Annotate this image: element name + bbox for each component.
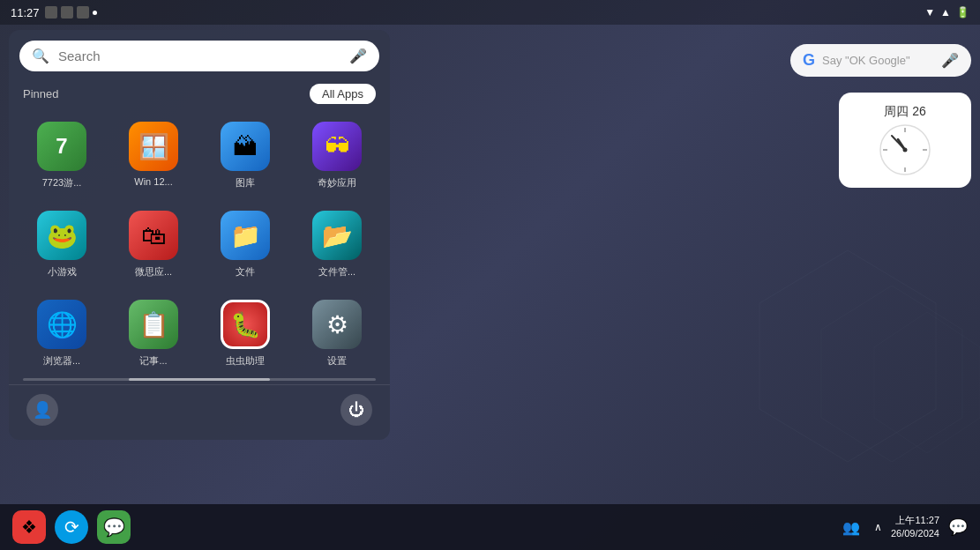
app-icon-gallery: 🏔 [221,122,270,171]
app-icon-magic: 🕶 [312,122,362,171]
taskbar-right: 👥 ∧ 上午11:27 26/09/2024 💬 [837,513,968,541]
taskbar-chat-icon[interactable]: 💬 [948,517,968,537]
app-label-micro: 微思应... [135,265,172,279]
status-icon-1 [45,6,57,19]
app-icon-filemanager: 📂 [312,211,362,260]
status-bar-right: ▼ ▲ 🔋 [924,6,969,19]
power-button[interactable]: ⏻ [340,394,372,426]
svg-point-10 [903,148,908,152]
app-item-micro[interactable]: 🛍微思应... [108,200,199,289]
google-mic-icon[interactable]: 🎤 [941,52,959,69]
taskbar-app-3-icon: 💬 [103,517,125,538]
taskbar-app-1[interactable]: ❖ [12,510,46,544]
clock-date: 周四 26 [884,104,925,120]
svg-marker-0 [759,250,936,462]
status-bar-left: 11:27 [11,6,97,19]
taskbar-time-bottom: 26/09/2024 [891,527,939,540]
users-icon: 👥 [842,519,860,536]
google-g-logo: G [803,51,815,70]
google-search-placeholder: Say "OK Google" [822,54,934,67]
app-item-files[interactable]: 📁文件 [199,200,291,289]
status-time: 11:27 [11,6,40,19]
status-bar: 11:27 ▼ ▲ 🔋 [0,0,980,25]
app-label-antivirus: 虫虫助理 [226,354,265,368]
taskbar-users-icon[interactable]: 👥 [837,513,865,541]
taskbar-chevron-icon[interactable]: ∧ [874,521,882,533]
google-search-widget[interactable]: G Say "OK Google" 🎤 [790,44,971,77]
battery-icon: 🔋 [956,6,969,19]
svg-marker-2 [874,312,980,453]
taskbar-left: ❖ ⟳ 💬 [12,510,837,544]
app-item-antivirus[interactable]: 🐛虫虫助理 [199,289,291,378]
app-label-settings: 设置 [327,354,347,368]
app-label-gallery: 图库 [236,176,255,190]
wifi-icon: ▼ [924,6,935,19]
status-icon-3 [77,6,89,19]
app-item-gallery[interactable]: 🏔图库 [199,111,291,200]
app-icon-browser: 🌐 [37,300,86,349]
app-grid: 77723游...🪟Win 12...🏔图库🕶奇妙应用🐸小游戏🛍微思应...📁文… [9,111,390,378]
app-item-settings[interactable]: ⚙设置 [291,289,383,378]
taskbar-app-2[interactable]: ⟳ [55,510,88,544]
status-icon-2 [61,6,73,19]
all-apps-button[interactable]: All Apps [310,84,376,104]
app-icon-7723: 7 [37,122,86,171]
scroll-indicator [23,378,376,381]
app-label-note: 记事... [139,354,167,368]
app-label-filemanager: 文件管... [318,265,355,279]
search-icon: 🔍 [32,48,49,64]
search-input[interactable] [58,48,340,63]
scroll-thumb [129,378,270,381]
pinned-label: Pinned [23,87,58,100]
app-item-magic[interactable]: 🕶奇妙应用 [291,111,383,200]
desktop: 11:27 ▼ ▲ 🔋 🔍 🎤 Pinned All Apps [0,0,980,550]
app-label-magic: 奇妙应用 [318,176,356,190]
app-item-filemanager[interactable]: 📂文件管... [291,200,383,289]
clock-widget: 周四 26 [839,93,971,188]
taskbar-time: 上午11:27 26/09/2024 [891,514,939,541]
app-item-note[interactable]: 📋记事... [108,289,199,378]
app-icon-antivirus: 🐛 [221,300,270,349]
signal-icon: ▲ [940,6,951,19]
taskbar-app-2-icon: ⟳ [64,517,79,538]
app-label-browser: 浏览器... [43,354,80,368]
taskbar-time-top: 上午11:27 [891,514,939,527]
status-dot [93,11,97,15]
app-item-7723[interactable]: 77723游... [16,111,108,200]
app-label-win12: Win 12... [134,176,172,187]
app-icon-note: 📋 [129,300,178,349]
app-drawer: 🔍 🎤 Pinned All Apps 77723游...🪟Win 12...🏔… [9,30,390,440]
user-button[interactable]: 👤 [26,394,58,426]
app-icon-micro: 🛍 [129,211,178,260]
search-bar[interactable]: 🔍 🎤 [19,41,379,71]
mic-icon[interactable]: 🎤 [349,48,367,64]
taskbar-app-3[interactable]: 💬 [97,510,131,544]
taskbar: ❖ ⟳ 💬 👥 ∧ 上午11:27 26/09/2024 💬 [0,504,980,550]
app-item-games[interactable]: 🐸小游戏 [16,200,108,289]
drawer-controls: 👤 ⏻ [9,384,390,433]
taskbar-app-1-icon: ❖ [21,517,37,538]
status-icons [45,6,97,19]
pinned-header: Pinned All Apps [9,80,390,111]
app-icon-games: 🐸 [37,211,86,260]
app-label-games: 小游戏 [48,265,77,279]
app-icon-win12: 🪟 [129,122,178,171]
clock-face [879,123,931,176]
app-label-7723: 7723游... [42,176,82,190]
hex-decoration [715,233,980,497]
app-item-win12[interactable]: 🪟Win 12... [108,111,199,200]
app-item-browser[interactable]: 🌐浏览器... [16,289,108,378]
app-icon-settings: ⚙ [312,300,362,349]
app-label-files: 文件 [236,265,255,279]
app-icon-files: 📁 [221,211,270,260]
